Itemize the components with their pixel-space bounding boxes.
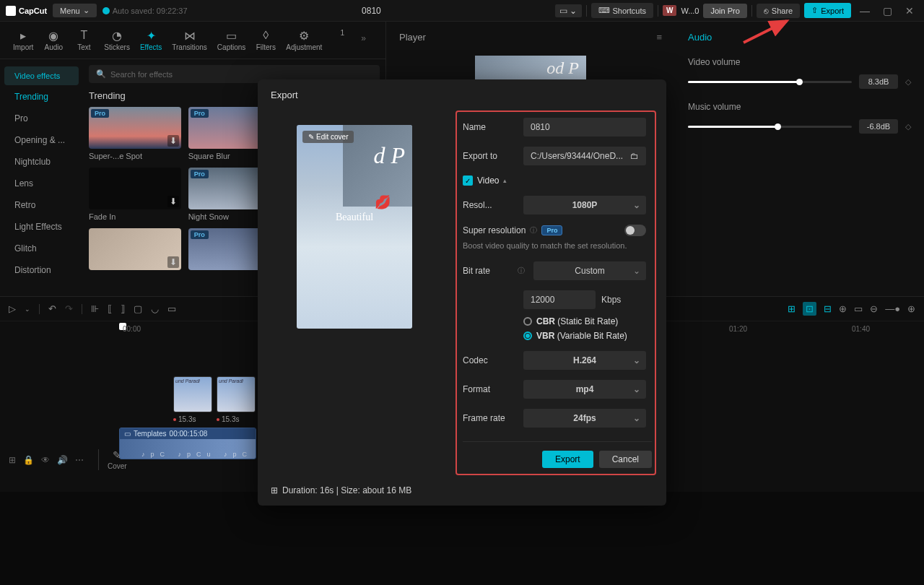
vbr-radio[interactable]: VBR (Variable Bit Rate) bbox=[523, 331, 646, 341]
name-label: Name bbox=[463, 122, 515, 132]
info-icon[interactable]: ⓘ bbox=[530, 225, 537, 235]
tab-filters[interactable]: ◊Filters bbox=[251, 26, 280, 54]
selection-tool[interactable]: ▷ bbox=[9, 303, 16, 314]
mute-icon[interactable]: 🔊 bbox=[57, 455, 68, 465]
download-icon[interactable]: ⬇ bbox=[167, 135, 179, 147]
bitrate-input[interactable] bbox=[523, 290, 596, 309]
split-tool[interactable]: ⊪ bbox=[91, 303, 99, 314]
edit-cover-button[interactable]: ✎ Edit cover bbox=[302, 131, 354, 143]
tab-captions[interactable]: ▭Captions bbox=[213, 26, 250, 54]
tl-tool-b[interactable]: ⊡ bbox=[803, 302, 816, 316]
timeline-clip[interactable]: 15.3s bbox=[217, 376, 256, 423]
music-volume-slider[interactable] bbox=[688, 126, 852, 128]
tab-effects[interactable]: ✦Effects bbox=[136, 26, 166, 54]
chevron-down-icon[interactable]: ⌄ bbox=[25, 306, 30, 313]
download-icon[interactable]: ⬇ bbox=[167, 256, 179, 268]
player-title: Player bbox=[399, 32, 426, 43]
join-pro-button[interactable]: Join Pro bbox=[703, 4, 746, 18]
video-volume-slider[interactable] bbox=[688, 81, 852, 83]
cancel-button[interactable]: Cancel bbox=[599, 451, 652, 468]
kbps-label: Kbps bbox=[601, 295, 621, 305]
zoom-slider[interactable]: —● bbox=[885, 303, 900, 314]
eye-icon[interactable]: 👁 bbox=[41, 455, 50, 465]
folder-icon[interactable]: 🗀 bbox=[630, 151, 639, 161]
framerate-select[interactable]: 24fps bbox=[523, 409, 646, 428]
sidebar-item-trending[interactable]: Trending bbox=[4, 87, 79, 107]
shortcuts-button[interactable]: ⌨ Shortcuts bbox=[591, 3, 653, 18]
tab-transitions[interactable]: ⋈Transitions bbox=[167, 26, 212, 54]
sidebar-item-glitch[interactable]: Glitch bbox=[4, 238, 79, 259]
sidebar-item-opening[interactable]: Opening & ... bbox=[4, 130, 79, 150]
tabs-overflow-button[interactable]: » bbox=[358, 26, 369, 54]
aspect-ratio-button[interactable]: ▭ ⌄ bbox=[555, 4, 581, 17]
caret-up-icon[interactable]: ▴ bbox=[503, 177, 507, 184]
zoom-out-button[interactable]: ⊖ bbox=[870, 303, 878, 314]
stickers-icon: ◔ bbox=[110, 29, 123, 42]
cover-text: Beautiful bbox=[336, 212, 373, 223]
cover-button[interactable]: ✎ Cover bbox=[98, 449, 127, 470]
trim-left-tool[interactable]: ⟦ bbox=[108, 303, 112, 314]
group-tool[interactable]: ▭ bbox=[167, 303, 176, 314]
close-button[interactable]: ✕ bbox=[901, 5, 918, 17]
more-icon[interactable]: ⋯ bbox=[75, 455, 84, 465]
video-checkbox[interactable]: ✓ bbox=[463, 176, 473, 186]
pro-badge: Pro bbox=[91, 109, 109, 118]
keyframe-icon[interactable]: ◇ bbox=[905, 77, 911, 87]
app-name: CapCut bbox=[19, 6, 47, 15]
exportto-path[interactable]: C:/Users/93444/OneD... 🗀 bbox=[523, 147, 646, 165]
track-settings-icon[interactable]: ⊞ bbox=[9, 455, 16, 465]
super-resolution-toggle[interactable] bbox=[624, 225, 646, 236]
undo-button[interactable]: ↶ bbox=[48, 303, 56, 314]
resolution-select[interactable]: 1080P bbox=[523, 196, 646, 214]
menu-button[interactable]: Menu ⌄ bbox=[53, 4, 97, 17]
text-icon: T bbox=[77, 29, 90, 42]
effect-item[interactable]: Pro⬇Super-...e Spot bbox=[89, 107, 181, 160]
tab-audio[interactable]: ◉Audio bbox=[39, 26, 68, 54]
sidebar-item-pro[interactable]: Pro bbox=[4, 108, 79, 129]
cover-preview: ✎ Edit cover d P 💋 Beautiful bbox=[297, 125, 412, 329]
name-input[interactable] bbox=[523, 118, 646, 136]
sidebar-item-nightclub[interactable]: Nightclub bbox=[4, 152, 79, 172]
tl-tool-c[interactable]: ⊟ bbox=[824, 303, 832, 314]
zoom-in-button[interactable]: ⊕ bbox=[907, 303, 915, 314]
tab-text[interactable]: TText bbox=[69, 26, 98, 54]
cbr-radio[interactable]: CBR (Static Bit Rate) bbox=[523, 316, 646, 326]
tl-tool-d[interactable]: ⊕ bbox=[839, 303, 847, 314]
share-button[interactable]: ⎋ Share bbox=[757, 4, 800, 18]
sidebar-item-distortion[interactable]: Distortion bbox=[4, 260, 79, 280]
tl-tool-a[interactable]: ⊞ bbox=[788, 303, 796, 314]
sidebar-item-retro[interactable]: Retro bbox=[4, 195, 79, 215]
maximize-button[interactable]: ▢ bbox=[879, 5, 897, 17]
codec-select[interactable]: H.264 bbox=[523, 351, 646, 370]
download-icon[interactable]: ⬇ bbox=[167, 196, 179, 207]
format-select[interactable]: mp4 bbox=[523, 380, 646, 399]
export-confirm-button[interactable]: Export bbox=[542, 451, 593, 468]
tl-tool-e[interactable]: ▭ bbox=[854, 303, 863, 314]
tab-adjustment[interactable]: ⚙Adjustment bbox=[282, 26, 326, 54]
info-icon[interactable]: ⓘ bbox=[518, 266, 525, 276]
tab-import[interactable]: ▸Import bbox=[9, 26, 38, 54]
export-button[interactable]: ⇧ Export bbox=[804, 3, 851, 18]
bitrate-select[interactable]: Custom bbox=[533, 261, 646, 280]
sidebar-item-light-effects[interactable]: Light Effects bbox=[4, 217, 79, 237]
panel-menu-icon[interactable]: ≡ bbox=[656, 32, 662, 43]
sidebar-item-lens[interactable]: Lens bbox=[4, 173, 79, 194]
tab-stickers[interactable]: ◔Stickers bbox=[100, 26, 134, 54]
effect-item[interactable]: ⬇ bbox=[89, 228, 181, 273]
music-volume-value[interactable]: -6.8dB bbox=[859, 119, 898, 134]
template-track[interactable]: ▭ Templates 00:00:15:08 bbox=[119, 428, 256, 459]
autosave-indicator-icon bbox=[103, 7, 110, 14]
minimize-button[interactable]: — bbox=[855, 5, 874, 17]
crop-tool[interactable]: ▢ bbox=[134, 303, 142, 314]
keyframe-icon[interactable]: ◇ bbox=[905, 122, 911, 131]
effect-item[interactable]: ⬇Fade In bbox=[89, 168, 181, 221]
lock-icon[interactable]: 🔒 bbox=[23, 455, 34, 465]
timeline-clip[interactable]: 15.3s bbox=[173, 376, 212, 423]
trim-right-tool[interactable]: ⟧ bbox=[121, 303, 125, 314]
marker-tool[interactable]: ◡ bbox=[151, 303, 159, 314]
window-titlebar: CapCut Menu ⌄ Auto saved: 09:22:37 0810 … bbox=[0, 0, 924, 22]
user-avatar[interactable]: W bbox=[663, 5, 676, 16]
video-volume-value[interactable]: 8.3dB bbox=[859, 74, 898, 89]
redo-button[interactable]: ↷ bbox=[65, 303, 73, 314]
sidebar-item-video-effects[interactable]: Video effects bbox=[4, 66, 79, 85]
